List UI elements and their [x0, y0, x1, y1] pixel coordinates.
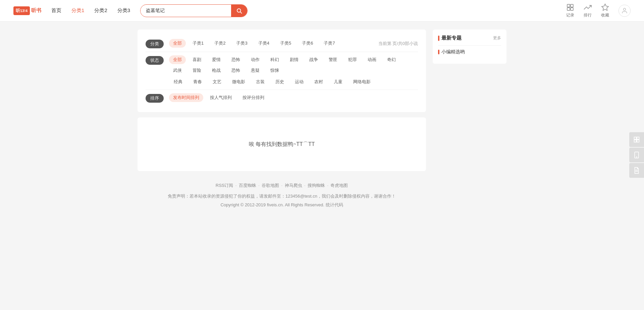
icon-label-favorite: 收藏 [601, 12, 609, 18]
category-tag-6[interactable]: 子类6 [298, 39, 317, 48]
svg-point-13 [636, 157, 637, 157]
logo-text: 听书 [31, 7, 41, 14]
category-tag-all[interactable]: 全部 [169, 39, 186, 48]
header-icons: 记录 排行 收藏 [566, 3, 631, 18]
status-tag-wuxia[interactable]: 武侠 [169, 66, 186, 75]
category-tag-5[interactable]: 子类5 [276, 39, 295, 48]
status-tag-mystery[interactable]: 悬疑 [247, 66, 264, 75]
logo[interactable]: 听13!4 听书 [13, 6, 41, 15]
category-tag-1[interactable]: 子类1 [189, 39, 208, 48]
category-tags: 全部 子类1 子类2 子类3 子类4 子类5 子类6 子类7 [169, 39, 378, 48]
svg-point-7 [624, 8, 626, 10]
status-tag-scifi[interactable]: 科幻 [266, 55, 283, 64]
search-bar [140, 4, 248, 17]
status-tag-thriller[interactable]: 惊悚 [266, 66, 283, 75]
filter-box: 分类 全部 子类1 子类2 子类3 子类4 子类5 子类6 子类7 当前第 页/… [138, 30, 426, 112]
status-tag-war[interactable]: 战争 [305, 55, 322, 64]
filter-row-status: 状态 全部 喜剧 爱情 恐怖 动作 科幻 剧情 战争 警匪 犯罪 动画 奇幻 [146, 52, 418, 90]
footer-link-sogou[interactable]: 搜狗蜘蛛 [308, 181, 325, 190]
sidebar-box: 最新专题 更多 小编精选哟 [433, 30, 506, 64]
result-box: 唉 每有找到数据鸭~TT⌒TT [138, 117, 426, 171]
filter-row-sort: 排序 发布时间排列 按人气排列 按评分排列 [146, 90, 418, 106]
footer-link-baidu[interactable]: 百度蜘蛛 [239, 181, 256, 190]
header-icon-record[interactable]: 记录 [566, 3, 574, 18]
category-tag-3[interactable]: 子类3 [232, 39, 251, 48]
svg-rect-9 [637, 137, 639, 140]
status-tag-short-film[interactable]: 微电影 [228, 78, 249, 86]
status-tag-crime[interactable]: 犯罪 [344, 55, 361, 64]
icon-label-record: 记录 [566, 12, 574, 18]
float-btn-grid[interactable] [629, 132, 644, 147]
status-tag-youth[interactable]: 青春 [189, 78, 206, 86]
sidebar-item[interactable]: 小编精选哟 [438, 45, 501, 58]
float-btn-mobile[interactable] [629, 148, 644, 162]
header-icon-favorite[interactable]: 收藏 [601, 3, 609, 18]
footer-link-rss[interactable]: RSS订阅 [216, 181, 233, 190]
status-tag-romance[interactable]: 爱情 [208, 55, 225, 64]
svg-rect-3 [571, 4, 573, 7]
sort-tag-time[interactable]: 发布时间排列 [169, 93, 203, 102]
float-btn-doc[interactable] [629, 163, 644, 178]
filter-row-category: 分类 全部 子类1 子类2 子类3 子类4 子类5 子类6 子类7 当前第 页/… [146, 36, 418, 52]
svg-marker-6 [602, 4, 608, 10]
status-tag-web-film[interactable]: 网络电影 [349, 78, 375, 86]
status-tag-history[interactable]: 历史 [271, 78, 288, 86]
main-nav: 首页 分类1 分类2 分类3 [51, 7, 130, 14]
category-tag-7[interactable]: 子类7 [320, 39, 339, 48]
footer-links: RSS订阅 - 百度蜘蛛 - 谷歌地图 - 神马爬虫 - 搜狗蜘蛛 - 奇虎地图 [138, 181, 426, 190]
search-button[interactable] [231, 4, 247, 17]
footer-link-google[interactable]: 谷歌地图 [262, 181, 279, 190]
status-tag-drama[interactable]: 剧情 [286, 55, 303, 64]
sort-tag-popularity[interactable]: 按人气排列 [206, 93, 236, 102]
status-tag-fantasy[interactable]: 奇幻 [383, 55, 400, 64]
nav-category3[interactable]: 分类3 [117, 7, 130, 14]
sidebar-item-bar [438, 50, 439, 54]
category-tag-2[interactable]: 子类2 [210, 39, 229, 48]
header: 听13!4 听书 首页 分类1 分类2 分类3 记录 [0, 0, 644, 21]
status-label: 状态 [146, 56, 164, 65]
sidebar-title-text: 最新专题 [438, 35, 462, 41]
header-icon-rank[interactable]: 排行 [584, 3, 592, 18]
status-tag-all[interactable]: 全部 [169, 55, 186, 64]
float-bar [629, 132, 644, 178]
status-tag-sports[interactable]: 运动 [291, 78, 308, 86]
status-tag-comedy[interactable]: 喜剧 [189, 55, 205, 64]
svg-rect-11 [637, 140, 639, 142]
status-tag-costume[interactable]: 古装 [252, 78, 269, 86]
svg-line-1 [240, 12, 241, 13]
status-tag-children[interactable]: 儿童 [330, 78, 346, 86]
search-input[interactable] [141, 8, 231, 13]
status-tag-animation[interactable]: 动画 [364, 55, 380, 64]
sidebar-more[interactable]: 更多 [493, 35, 501, 41]
page-info: 当前第 页/共0部小说 [378, 41, 418, 47]
sort-tags: 发布时间排列 按人气排列 按评分排列 [169, 93, 418, 102]
nav-home[interactable]: 首页 [51, 7, 61, 14]
svg-rect-2 [567, 4, 570, 7]
footer-link-shenma[interactable]: 神马爬虫 [285, 181, 302, 190]
status-tag-art[interactable]: 文艺 [209, 78, 225, 86]
footer: RSS订阅 - 百度蜘蛛 - 谷歌地图 - 神马爬虫 - 搜狗蜘蛛 - 奇虎地图… [138, 171, 426, 216]
status-tag-horror[interactable]: 恐怖 [227, 55, 244, 64]
status-tags-row2: 经典 青春 文艺 微电影 古装 历史 运动 农村 儿童 网络电影 [170, 78, 375, 86]
footer-copyright: Copyright © 2012-2019 fiveis.cn. All Rig… [138, 201, 426, 209]
svg-rect-10 [634, 140, 637, 142]
logo-icon: 听13!4 [13, 6, 30, 15]
sidebar-item-text: 小编精选哟 [441, 49, 465, 55]
empty-message: 唉 每有找到数据鸭~TT⌒TT [249, 141, 315, 148]
nav-category1[interactable]: 分类1 [71, 7, 84, 14]
nav-category2[interactable]: 分类2 [94, 7, 107, 14]
footer-link-qihu[interactable]: 奇虎地图 [330, 181, 348, 190]
category-tag-4[interactable]: 子类4 [254, 39, 273, 48]
status-tag-action[interactable]: 动作 [247, 55, 264, 64]
status-tag-gunfight[interactable]: 枪战 [208, 66, 225, 75]
status-tag-horror2[interactable]: 恐怖 [227, 66, 244, 75]
status-tag-classic[interactable]: 经典 [170, 78, 186, 86]
sort-tag-rating[interactable]: 按评分排列 [238, 93, 268, 102]
icon-label-rank: 排行 [584, 12, 592, 18]
sort-label: 排序 [146, 94, 164, 103]
svg-rect-5 [571, 8, 573, 10]
status-tag-police[interactable]: 警匪 [325, 55, 341, 64]
status-tag-rural[interactable]: 农村 [310, 78, 327, 86]
user-avatar[interactable] [619, 5, 631, 17]
status-tag-adventure[interactable]: 冒险 [189, 66, 205, 75]
